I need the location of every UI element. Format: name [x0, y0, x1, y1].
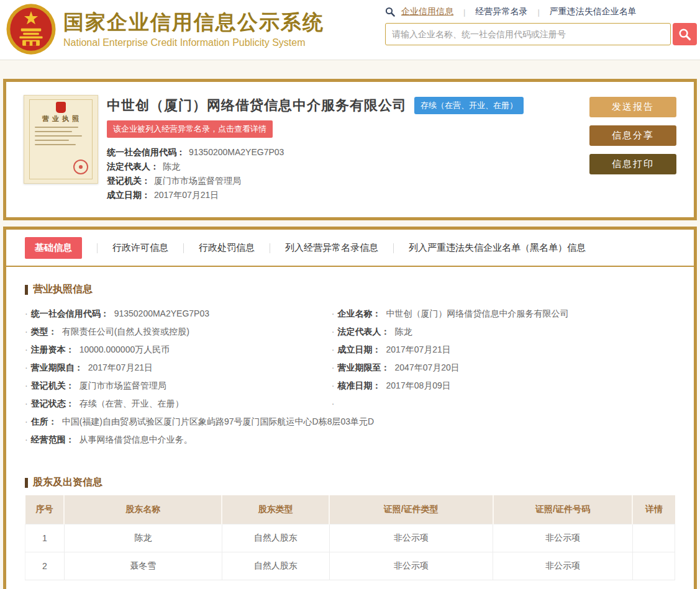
field-company-type: 类型：有限责任公司(自然人投资或控股) — [25, 323, 332, 341]
print-info-button[interactable]: 信息打印 — [589, 154, 676, 174]
field-empty — [332, 395, 675, 413]
license-red-seal — [73, 160, 88, 174]
field-term-from: 营业期限自：2017年07月21日 — [25, 359, 332, 377]
national-emblem-icon — [5, 2, 57, 56]
cell-name: 陈龙 — [64, 524, 222, 552]
license-section-header: 营业执照信息 — [25, 283, 675, 296]
col-header-detail: 详情 — [632, 495, 675, 524]
tab-separator — [393, 243, 394, 253]
license-section-title: 营业执照信息 — [33, 283, 93, 296]
field-establish-date: 成立日期：2017年07月21日 — [332, 341, 675, 359]
search-icon — [678, 28, 691, 41]
search-bar — [385, 23, 697, 45]
field-term-to: 营业期限至：2047年07月20日 — [332, 359, 675, 377]
field-business-scope: 经营范围：从事网络借贷信息中介业务。 — [25, 431, 675, 449]
field-registered-capital: 注册资本：10000.000000万人民币 — [25, 341, 332, 359]
summary-fields: 统一社会信用代码：91350200MA2YEG7P03 法定代表人：陈龙 登记机… — [107, 145, 589, 202]
license-text-line — [35, 135, 82, 137]
site-title-cn: 国家企业信用信息公示系统 — [63, 9, 324, 36]
col-header-type: 股东类型 — [222, 495, 329, 524]
field-company-name: 企业名称：中世创（厦门）网络借贷信息中介服务有限公司 — [332, 305, 675, 323]
field-registration-status: 登记状态：存续（在营、开业、在册） — [25, 395, 332, 413]
search-submit-button[interactable] — [673, 23, 697, 45]
nav-abnormal-directory[interactable]: 经营异常名录 — [474, 6, 529, 17]
tab-separator — [270, 243, 270, 253]
license-fields-grid: 统一社会信用代码：91350200MA2YEG7P03 企业名称：中世创（厦门）… — [6, 302, 694, 449]
field-legal-rep: 法定代表人：陈龙 — [332, 323, 675, 341]
col-header-cert-no: 证照/证件号码 — [493, 495, 633, 524]
tab-blacklist-info[interactable]: 列入严重违法失信企业名单（黑名单）信息 — [409, 237, 586, 259]
license-thumb-title: 营 业 执 照 — [30, 114, 92, 124]
abnormal-warning-banner[interactable]: 该企业被列入经营异常名录，点击查看详情 — [107, 120, 273, 138]
search-type-nav: 企业信用信息 | 经营异常名录 | 严重违法失信企业名单 — [385, 6, 697, 17]
cell-no: 2 — [25, 552, 65, 580]
col-header-name: 股东名称 — [64, 495, 222, 524]
tab-separator — [97, 243, 98, 253]
search-input[interactable] — [385, 23, 671, 45]
send-report-button[interactable]: 发送报告 — [589, 97, 676, 117]
col-header-cert-type: 证照/证件类型 — [329, 495, 493, 524]
shareholder-section-header: 股东及出资信息 — [25, 476, 675, 489]
license-text-line — [35, 131, 72, 132]
business-license-thumbnail[interactable]: 营 业 执 照 — [24, 95, 98, 184]
license-text-line — [35, 140, 69, 141]
summary-field-est-date: 成立日期：2017年07月21日 — [107, 188, 589, 202]
cell-type: 自然人股东 — [222, 552, 329, 580]
cell-detail — [632, 552, 675, 580]
field-credit-code: 统一社会信用代码：91350200MA2YEG7P03 — [25, 305, 332, 323]
section-bar-icon — [25, 478, 28, 488]
site-header: 国家企业信用信息公示系统 National Enterprise Credit … — [0, 0, 700, 60]
brand-text: 国家企业信用信息公示系统 National Enterprise Credit … — [63, 9, 324, 50]
nav-enterprise-credit[interactable]: 企业信用信息 — [400, 6, 455, 17]
cell-type: 自然人股东 — [222, 524, 329, 552]
cell-detail — [632, 524, 675, 552]
nav-separator: | — [537, 7, 539, 17]
company-name: 中世创（厦门）网络借贷信息中介服务有限公司 — [107, 96, 407, 115]
nav-blacklist[interactable]: 严重违法失信企业名单 — [548, 6, 638, 17]
header-search-area: 企业信用信息 | 经营异常名录 | 严重违法失信企业名单 — [385, 6, 697, 45]
brand: 国家企业信用信息公示系统 National Enterprise Credit … — [5, 2, 324, 56]
license-text-line — [35, 127, 78, 128]
status-badge: 存续（在营、开业、在册） — [414, 97, 524, 114]
summary-action-buttons: 发送报告 信息分享 信息打印 — [589, 95, 676, 202]
col-header-no: 序号 — [25, 495, 65, 524]
tab-admin-penalty[interactable]: 行政处罚信息 — [199, 237, 255, 259]
summary-field-legal-rep: 法定代表人：陈龙 — [107, 160, 589, 174]
nav-separator: | — [463, 7, 465, 17]
cell-cert-no: 非公示项 — [493, 524, 633, 552]
cell-cert-type: 非公示项 — [329, 552, 493, 580]
search-icon — [385, 7, 395, 17]
detail-tab-bar: 基础信息 行政许可信息 行政处罚信息 列入经营异常名录信息 列入严重违法失信企业… — [6, 230, 694, 267]
company-detail-card: 基础信息 行政许可信息 行政处罚信息 列入经营异常名录信息 列入严重违法失信企业… — [3, 227, 697, 589]
shareholder-table-row: 2 聂冬雪 自然人股东 非公示项 非公示项 — [25, 552, 675, 580]
cell-no: 1 — [25, 524, 65, 552]
field-address: 住所：中国(福建)自由贸易试验区厦门片区象屿路97号厦门国际航运中心D栋8层03… — [25, 413, 675, 431]
tab-basic-info[interactable]: 基础信息 — [25, 237, 82, 259]
cell-cert-type: 非公示项 — [329, 524, 493, 552]
site-title-en: National Enterprise Credit Information P… — [63, 36, 324, 50]
shareholder-section-title: 股东及出资信息 — [33, 476, 102, 489]
cell-name: 聂冬雪 — [64, 552, 222, 580]
cell-cert-no: 非公示项 — [493, 552, 633, 580]
field-approval-date: 核准日期：2017年08月09日 — [332, 377, 675, 395]
license-text-line — [35, 144, 76, 145]
license-thumb-frame: 营 业 执 照 — [29, 99, 93, 179]
section-bar-icon — [25, 285, 28, 295]
shareholder-table-row: 1 陈龙 自然人股东 非公示项 非公示项 — [25, 524, 675, 552]
summary-field-registry: 登记机关：厦门市市场监督管理局 — [107, 174, 589, 188]
summary-field-credit-code: 统一社会信用代码：91350200MA2YEG7P03 — [107, 145, 589, 160]
shareholder-table-header-row: 序号 股东名称 股东类型 证照/证件类型 证照/证件号码 详情 — [25, 495, 675, 524]
company-summary-main: 中世创（厦门）网络借贷信息中介服务有限公司 存续（在营、开业、在册） 该企业被列… — [98, 95, 589, 202]
shareholder-table: 序号 股东名称 股东类型 证照/证件类型 证照/证件号码 详情 1 陈龙 自然人… — [25, 495, 675, 580]
tab-abnormal-list[interactable]: 列入经营异常名录信息 — [285, 237, 378, 259]
share-info-button[interactable]: 信息分享 — [589, 125, 676, 146]
company-summary-card: 营 业 执 照 中世创（厦门）网络借贷信息中介服务有限公司 存续（在营、开业、在… — [3, 79, 697, 220]
license-qr-code — [34, 158, 50, 174]
tab-separator — [183, 243, 184, 253]
tab-admin-license[interactable]: 行政许可信息 — [112, 237, 168, 259]
field-registry-authority: 登记机关：厦门市市场监督管理局 — [25, 377, 332, 395]
license-emblem-icon — [56, 102, 66, 113]
